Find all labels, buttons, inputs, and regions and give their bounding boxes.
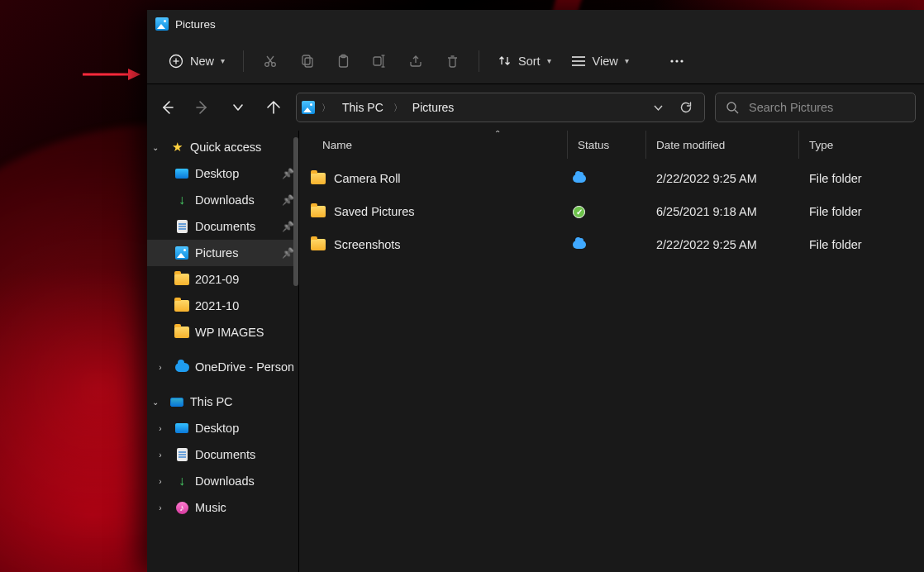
sidebar-item-downloads[interactable]: ›↓Downloads [147,468,298,494]
folder-icon [174,300,189,312]
address-bar[interactable]: 〉 This PC 〉 Pictures [296,93,705,122]
svg-marker-1 [128,69,141,80]
more-button[interactable] [660,46,693,76]
plus-circle-icon [169,54,183,69]
file-type: File folder [799,205,924,218]
music-icon [176,502,188,514]
file-list: Camera Roll2/22/2022 9:25 AMFile folderS… [299,159,924,572]
chevron-down-icon: ▾ [547,56,551,65]
folder-icon [311,206,326,217]
sidebar-item-2021-10[interactable]: 2021-10 [147,293,298,319]
label: Downloads [195,193,276,207]
sort-button[interactable]: Sort ▾ [489,46,560,76]
column-name[interactable]: Name ⌃ [299,131,568,159]
sidebar-item-2021-09[interactable]: 2021-09 [147,266,298,293]
sidebar-scrollbar[interactable] [293,137,298,286]
chevron-down-icon: ⌄ [147,398,164,407]
view-button[interactable]: View ▾ [563,46,637,76]
cut-icon [263,54,278,69]
titlebar[interactable]: Pictures [147,10,924,38]
desktop-icon [175,169,188,179]
label: Quick access [190,141,293,154]
search-input[interactable] [749,101,905,114]
folder-icon [174,327,189,338]
sidebar-item-documents[interactable]: ›Documents [147,441,298,468]
folder-icon [311,173,326,184]
annotation-arrow [83,66,141,83]
window-title: Pictures [175,18,216,31]
breadcrumb-separator: 〉 [392,102,404,114]
sort-indicator-icon: ⌃ [494,131,501,138]
copy-button[interactable] [290,46,323,76]
folder-icon [311,239,326,250]
label: Pictures [195,246,276,260]
file-date: 2/22/2022 9:25 AM [646,238,799,251]
chevron-right-icon: › [152,363,169,372]
chevron-down-icon: ▾ [221,56,225,65]
label: 2021-10 [195,299,293,312]
chevron-down-icon: ⌄ [147,143,164,152]
paste-button[interactable] [326,46,360,76]
navigation-pane: ⌄ ★ Quick access Desktop📌↓Downloads📌Docu… [147,131,299,572]
svg-line-26 [735,110,738,113]
cut-button[interactable] [254,46,287,76]
column-headers: Name ⌃ Status Date modified Type [299,131,924,159]
onedrive-icon [175,363,189,372]
share-icon [408,54,423,69]
file-row[interactable]: Screenshots2/22/2022 9:25 AMFile folder [299,228,924,261]
new-button[interactable]: New ▾ [160,46,233,76]
copy-icon [300,54,314,69]
more-icon [669,59,684,64]
cloud-status-icon [573,241,586,249]
sidebar-item-music[interactable]: ›Music [147,494,298,521]
arrow-right-icon [195,100,210,115]
refresh-button[interactable] [673,94,699,121]
sidebar-item-desktop[interactable]: Desktop📌 [147,160,298,187]
sidebar-item-desktop[interactable]: ›Desktop [147,415,298,441]
sort-label: Sort [518,55,541,68]
file-list-pane: Name ⌃ Status Date modified Type Camera … [299,131,924,572]
cloud-status-icon [573,174,586,183]
forward-button[interactable] [189,93,215,122]
sidebar-onedrive[interactable]: › OneDrive - Person [147,354,298,380]
sidebar-item-documents[interactable]: Documents📌 [147,213,298,240]
share-button[interactable] [399,46,432,76]
label: This PC [190,395,293,408]
chevron-right-icon: › [152,424,169,433]
sidebar-this-pc[interactable]: ⌄ This PC [147,388,298,415]
download-icon: ↓ [179,193,185,207]
svg-rect-10 [305,58,312,67]
sidebar-item-pictures[interactable]: Pictures📌 [147,240,298,266]
rename-button[interactable] [363,46,396,76]
sidebar-quick-access[interactable]: ⌄ ★ Quick access [147,134,298,160]
svg-rect-13 [374,57,381,65]
file-type: File folder [799,238,924,251]
breadcrumb-this-pc[interactable]: This PC [337,98,388,117]
column-status[interactable]: Status [568,131,646,159]
desktop-icon [175,423,188,433]
column-date[interactable]: Date modified [646,131,799,159]
pictures-icon [175,246,188,260]
pin-icon: 📌 [282,247,293,259]
sidebar-item-wp-images[interactable]: WP IMAGES [147,319,298,346]
chevron-right-icon: › [152,450,169,460]
file-type: File folder [799,172,924,185]
label: Desktop [195,167,276,180]
address-history-button[interactable] [645,94,671,121]
file-date: 2/22/2022 9:25 AM [646,172,799,185]
back-button[interactable] [154,93,179,122]
chevron-right-icon: › [152,503,169,512]
file-row[interactable]: Saved Pictures✓6/25/2021 9:18 AMFile fol… [299,195,924,228]
breadcrumb-pictures[interactable]: Pictures [407,98,460,117]
sidebar-item-downloads[interactable]: ↓Downloads📌 [147,187,298,213]
delete-button[interactable] [436,46,469,76]
download-icon: ↓ [179,474,185,489]
file-row[interactable]: Camera Roll2/22/2022 9:25 AMFile folder [299,162,924,195]
label: Documents [195,448,293,461]
label: WP IMAGES [195,326,293,339]
arrow-up-icon [266,100,281,115]
recent-button[interactable] [225,93,250,122]
up-button[interactable] [260,93,286,122]
column-type[interactable]: Type [799,131,924,159]
search-box[interactable] [715,93,916,122]
